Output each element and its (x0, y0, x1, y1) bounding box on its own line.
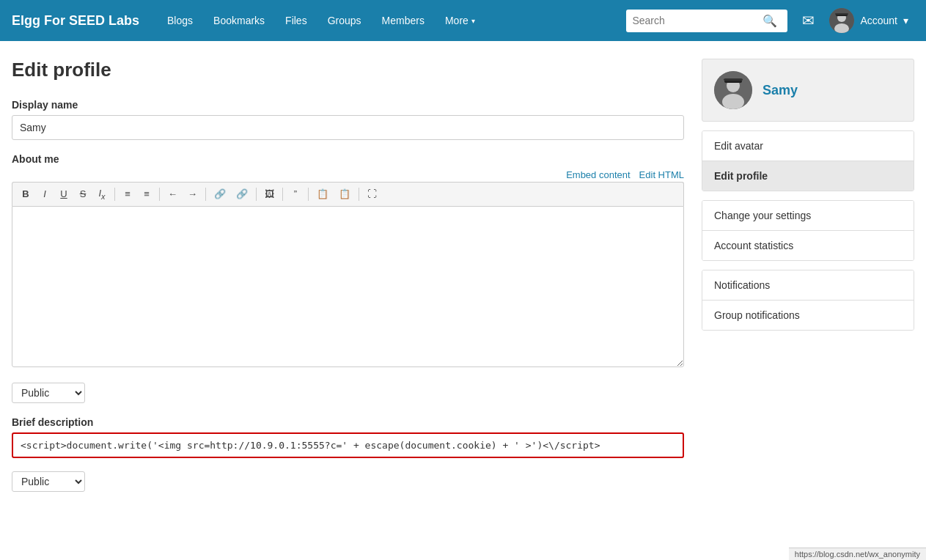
sidebar-menu-1: Edit avatar Edit profile (702, 130, 914, 191)
sidebar-item-account-statistics[interactable]: Account statistics (702, 231, 914, 260)
sidebar-username: Samy (763, 83, 798, 98)
toolbar-separator-3 (205, 188, 206, 201)
nav-files[interactable]: Files (275, 0, 317, 41)
toolbar-ordered-list[interactable]: ≡ (119, 186, 136, 202)
toolbar-bold[interactable]: B (17, 186, 34, 202)
toolbar-underline[interactable]: U (55, 186, 73, 202)
site-brand[interactable]: Elgg For SEED Labs (12, 13, 139, 29)
sidebar-item-edit-avatar[interactable]: Edit avatar (702, 131, 914, 161)
display-name-input[interactable] (12, 115, 684, 140)
nav-blogs[interactable]: Blogs (157, 0, 203, 41)
sidebar-item-edit-profile[interactable]: Edit profile (702, 161, 914, 191)
display-name-label: Display name (12, 99, 684, 111)
toolbar-separator-6 (308, 188, 309, 201)
sidebar-item-group-notifications[interactable]: Group notifications (702, 301, 914, 330)
toolbar-fullscreen[interactable]: ⛶ (363, 186, 381, 202)
access-select-1[interactable]: Public Friends Private (12, 383, 85, 403)
svg-point-7 (722, 94, 744, 109)
display-name-group: Display name (12, 99, 684, 140)
toolbar-separator-4 (256, 188, 257, 201)
page-title: Edit profile (12, 59, 684, 81)
toolbar-image[interactable]: 🖼 (260, 186, 279, 202)
sidebar-avatar-icon (714, 71, 752, 109)
nav-menu: Blogs Bookmarks Files Groups Members Mor… (157, 0, 620, 41)
access-group-2: Public Friends Private (12, 471, 684, 492)
sidebar-menu-3: Notifications Group notifications (702, 270, 914, 331)
toolbar-undo[interactable]: ← (163, 186, 182, 202)
toolbar-paste[interactable]: 📋 (312, 186, 333, 202)
brief-desc-label: Brief description (12, 416, 684, 428)
about-me-group: About me Embed content Edit HTML B I U S… (12, 153, 684, 369)
svg-rect-4 (835, 13, 848, 15)
search-button[interactable]: 🔍 (758, 12, 782, 29)
account-label: Account (860, 15, 897, 26)
nav-more[interactable]: More ▾ (435, 0, 485, 41)
svg-rect-9 (724, 78, 743, 81)
sidebar-item-notifications[interactable]: Notifications (702, 270, 914, 301)
mail-icon[interactable]: ✉ (793, 12, 823, 29)
sidebar-menu-2: Change your settings Account statistics (702, 200, 914, 261)
account-menu[interactable]: Account ▾ (823, 8, 914, 33)
toolbar-separator-5 (282, 188, 283, 201)
editor-toolbar: B I U S Ix ≡ ≡ ← → 🔗 🔗 🖼 ” 📋 � (12, 182, 684, 206)
sidebar: Samy Edit avatar Edit profile Change you… (702, 59, 914, 505)
toolbar-link[interactable]: 🔗 (210, 186, 230, 202)
access-group-1: Public Friends Private (12, 383, 684, 403)
nav-bookmarks[interactable]: Bookmarks (203, 0, 275, 41)
nav-groups[interactable]: Groups (317, 0, 372, 41)
account-chevron-icon: ▾ (903, 15, 908, 26)
toolbar-strikethrough[interactable]: S (74, 186, 92, 202)
toolbar-separator-2 (159, 188, 160, 201)
toolbar-unlink[interactable]: 🔗 (232, 186, 252, 202)
toolbar-remove-format[interactable]: Ix (93, 185, 111, 203)
toolbar-blockquote[interactable]: ” (287, 186, 304, 202)
sidebar-avatar (714, 71, 752, 109)
nav-members[interactable]: Members (372, 0, 435, 41)
access-select-2[interactable]: Public Friends Private (12, 471, 85, 492)
edit-html-link[interactable]: Edit HTML (639, 169, 684, 180)
toolbar-separator-1 (114, 188, 115, 201)
about-me-textarea[interactable] (12, 206, 684, 367)
editor-links: Embed content Edit HTML (12, 169, 684, 180)
about-me-label: About me (12, 153, 684, 165)
toolbar-paste-plain[interactable]: 📋 (334, 186, 355, 202)
sidebar-profile-card: Samy (702, 59, 914, 122)
main-layout: Edit profile Display name About me Embed… (0, 41, 926, 523)
chevron-down-icon: ▾ (471, 17, 475, 25)
toolbar-italic[interactable]: I (36, 186, 54, 202)
search-box: 🔍 (626, 10, 787, 32)
navbar-avatar (829, 8, 854, 33)
toolbar-unordered-list[interactable]: ≡ (138, 186, 155, 202)
avatar-icon (829, 8, 854, 33)
content-area: Edit profile Display name About me Embed… (12, 59, 684, 505)
toolbar-separator-7 (359, 188, 359, 201)
brief-desc-input[interactable] (12, 432, 684, 458)
navbar: Elgg For SEED Labs Blogs Bookmarks Files… (0, 0, 926, 41)
brief-desc-group: Brief description (12, 416, 684, 458)
toolbar-redo[interactable]: → (183, 186, 202, 202)
embed-content-link[interactable]: Embed content (566, 169, 630, 180)
sidebar-item-change-settings[interactable]: Change your settings (702, 201, 914, 231)
search-input[interactable] (632, 15, 758, 26)
